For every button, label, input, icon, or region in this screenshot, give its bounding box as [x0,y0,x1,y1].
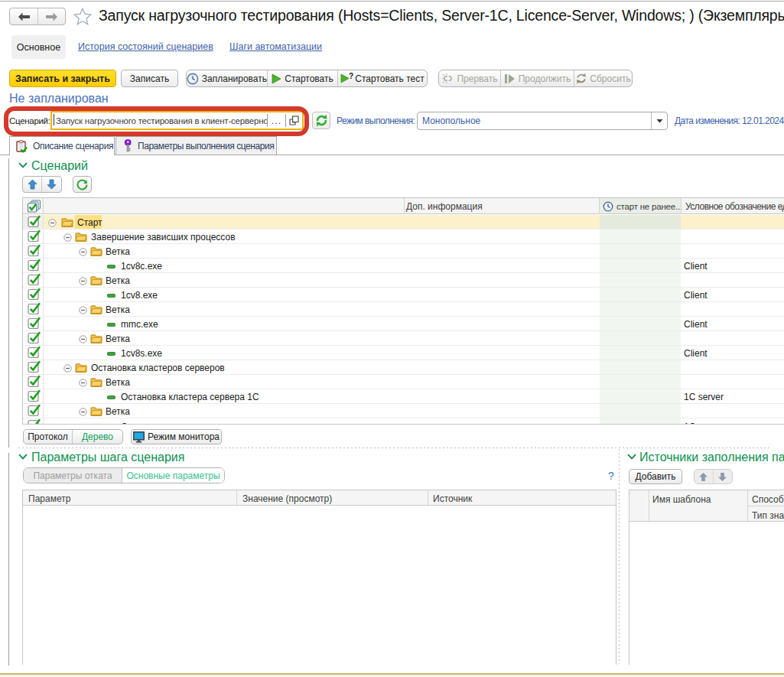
svg-text:?: ? [349,73,353,80]
